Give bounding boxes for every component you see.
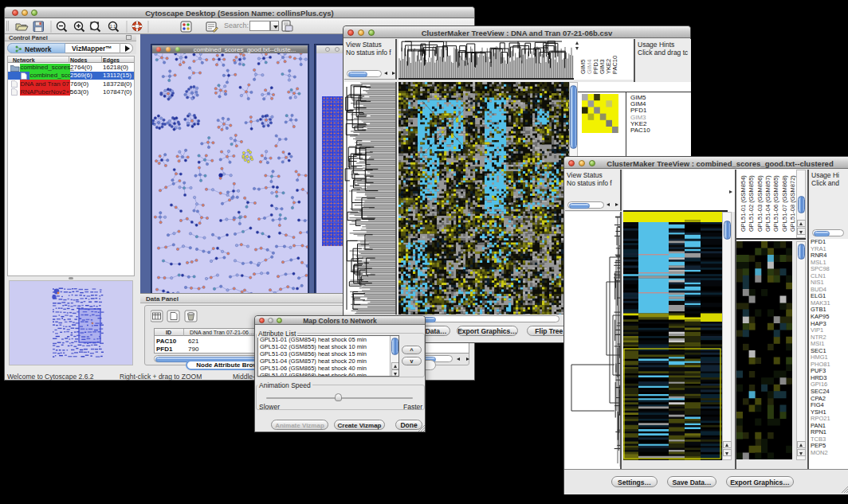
- svg-text:1:1: 1:1: [110, 24, 116, 29]
